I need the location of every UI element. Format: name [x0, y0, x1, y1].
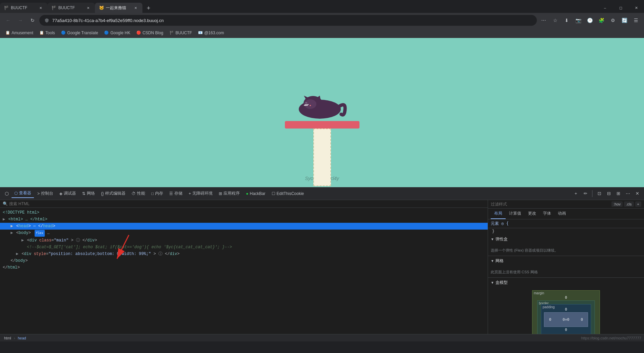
devtools-more-options[interactable]: ⋯: [624, 190, 632, 198]
filter-cls-button[interactable]: .cls: [624, 201, 634, 207]
devtools-tab-performance[interactable]: ⏱ 性能: [129, 189, 148, 198]
devtools-tab-debugger[interactable]: ◈ 调试器: [57, 189, 79, 198]
search-html-input[interactable]: [9, 201, 485, 206]
styles-label: 样式编辑器: [105, 191, 125, 196]
bookmark-label-csdn: CSDN Blog: [142, 31, 163, 35]
grid-section-header[interactable]: ▼ 网格: [488, 256, 644, 266]
back-button[interactable]: ←: [3, 15, 14, 26]
devtools-tab-inspector[interactable]: ⬡ 查看器: [12, 189, 34, 198]
forward-button[interactable]: →: [15, 15, 26, 26]
dom-div-main[interactable]: ▶ <div class="main" > ⓘ </div>: [0, 237, 488, 244]
bookmark-buuctf[interactable]: 🏴 BUUCTF: [167, 30, 195, 36]
dom-head[interactable]: ▶ <head> — </head>: [0, 223, 488, 230]
devtools-dock-bottom[interactable]: ⊟: [605, 190, 613, 198]
tab-animations[interactable]: 动画: [554, 209, 569, 219]
devtools-tab-storage[interactable]: ☰ 存储: [167, 189, 185, 198]
dom-div-bottom[interactable]: ▶ <div style="position: absolute;bottom:…: [0, 251, 488, 257]
addon-button[interactable]: 🧩: [596, 15, 607, 26]
flex-section-label: 弹性盒: [495, 236, 508, 242]
devtools-pick-button[interactable]: +: [572, 190, 580, 198]
sync-button[interactable]: 🔄: [619, 15, 630, 26]
minimize-button[interactable]: –: [597, 3, 613, 13]
bookmark-translate[interactable]: 🔵 Google Translate: [58, 30, 101, 36]
app-icon: ⊞: [219, 191, 222, 196]
flex-section-header[interactable]: ▼ 弹性盒: [488, 234, 644, 244]
tab-buuctf-2[interactable]: 🏴 BUUCTF ✕: [47, 3, 95, 13]
screenshot-button[interactable]: 📷: [573, 15, 584, 26]
element-selector: 元素 ◎ {: [491, 221, 509, 227]
bookmark-google-hk[interactable]: 🔵 Google HK: [101, 30, 133, 36]
dom-comment[interactable]: <!--$cat=$_GET['cat']; echo $cat; if($ca…: [0, 244, 488, 251]
bookmark-csdn[interactable]: 🔴 CSDN Blog: [134, 30, 166, 36]
settings-button[interactable]: ⚙: [607, 15, 618, 26]
tab-fonts[interactable]: 字体: [540, 209, 554, 219]
maximize-button[interactable]: ◻: [613, 3, 628, 13]
devtools: ⬡ ⬡ 查看器 > 控制台 ◈ 调试器 ⇅ 网络 {} 样式编辑器 ⏱ 性能 □…: [0, 187, 644, 341]
devtools-tab-styles[interactable]: {} 样式编辑器: [98, 189, 128, 198]
filter-styles-input[interactable]: [491, 202, 610, 207]
memory-label: 内存: [155, 191, 163, 196]
dom-doctype[interactable]: <!DOCTYPE html>: [0, 209, 488, 216]
address-bar[interactable]: 77a5a410-8b7c-41ca-a7b4-ef9a52e59ff0.nod…: [39, 15, 537, 26]
time-button[interactable]: 🕐: [584, 15, 595, 26]
devtools-tab-accessibility[interactable]: + 无障碍环境: [186, 189, 215, 198]
tab-mochu[interactable]: 🐱 一起来撸猫 ✕: [95, 3, 142, 13]
new-tab-button[interactable]: +: [144, 3, 153, 13]
box-model-section-header[interactable]: ▼ 盒模型: [488, 278, 644, 288]
hackbar-icon: ●: [246, 191, 248, 196]
tab-layout[interactable]: 布局: [491, 209, 506, 219]
padding-right-value: 0: [581, 317, 583, 322]
tab-title-1: BUUCTF: [11, 5, 36, 10]
tab-computed[interactable]: 计算值: [506, 209, 525, 219]
devtools-inspect-button[interactable]: ⬡: [3, 190, 11, 198]
devtools-filter-button[interactable]: ✏: [581, 190, 589, 198]
dom-html[interactable]: ▶ <html> … </html>: [0, 216, 488, 223]
devtools-tab-editthiscookie[interactable]: ☐ EditThisCookie: [269, 190, 307, 197]
debugger-label: 调试器: [64, 191, 76, 196]
close-window-button[interactable]: ✕: [628, 3, 644, 13]
menu-button[interactable]: ☰: [630, 15, 641, 26]
tab-changes[interactable]: 更改: [525, 209, 540, 219]
breadcrumb-html[interactable]: html: [3, 335, 13, 341]
padding-left-value: 0: [549, 317, 551, 322]
dom-body-close[interactable]: </body>: [0, 257, 488, 264]
tab-close-1[interactable]: ✕: [38, 5, 43, 11]
devtools-tab-memory[interactable]: □ 内存: [149, 189, 166, 198]
tab-close-2[interactable]: ✕: [85, 5, 91, 11]
refresh-button[interactable]: ↻: [27, 15, 38, 26]
status-link: https://blog.csdn.net/mochu7777777: [581, 336, 641, 340]
tab-close-3[interactable]: ✕: [133, 5, 138, 11]
devtools-tab-application[interactable]: ⊞ 应用程序: [216, 189, 242, 198]
devtools-right-panel-tabs: 布局 计算值 更改 字体 动画: [488, 209, 644, 219]
extensions-button[interactable]: ⋯: [538, 15, 549, 26]
download-button[interactable]: ⬇: [561, 15, 572, 26]
address-full: 77a5a410-8b7c-41ca-a7b4-ef9a52e59ff0.nod…: [52, 18, 147, 23]
scratcher-platform: [285, 121, 359, 129]
bookmark-label-tools: Tools: [45, 31, 55, 35]
devtools-tab-console[interactable]: > 控制台: [35, 189, 56, 198]
devtools-tab-hackbar[interactable]: ● HackBar: [243, 190, 268, 197]
devtools-dock-left[interactable]: ⊡: [595, 190, 603, 198]
bookmark-label-163: @163.com: [204, 31, 224, 35]
tab-buuctf-1[interactable]: 🏴 BUUCTF ✕: [0, 3, 47, 13]
dom-body[interactable]: ▶ <body> flex …: [0, 230, 488, 237]
bookmark-163[interactable]: 📧 @163.com: [195, 30, 227, 36]
bookmark-amusement[interactable]: 📋 Amusement: [3, 30, 36, 36]
app-label: 应用程序: [223, 191, 240, 196]
filter-hov-button[interactable]: :hov: [611, 201, 623, 207]
google-translate-icon: 🔵: [61, 31, 66, 35]
margin-top: 0: [537, 295, 595, 300]
styles-icon: {}: [101, 191, 104, 196]
devtools-dock-right[interactable]: ⊞: [614, 190, 622, 198]
filter-add-button[interactable]: +: [635, 201, 641, 207]
network-label: 网络: [87, 191, 95, 196]
bookmark-button[interactable]: ☆: [550, 15, 561, 26]
flex-badge: flex: [35, 230, 45, 237]
devtools-close-button[interactable]: ✕: [633, 190, 641, 198]
devtools-tab-network[interactable]: ⇅ 网络: [79, 189, 98, 198]
breadcrumb-separator: ›: [14, 336, 15, 340]
breadcrumb-head[interactable]: head: [16, 335, 27, 341]
dom-html-close[interactable]: </html>: [0, 264, 488, 271]
buuctf-bookmark-icon: 🏴: [170, 31, 174, 35]
bookmark-tools[interactable]: 📋 Tools: [37, 30, 58, 36]
